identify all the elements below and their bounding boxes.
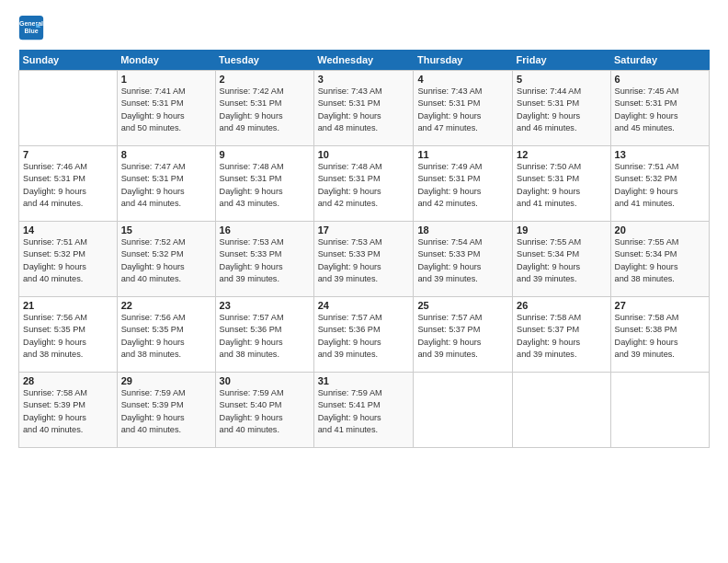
day-number: 31 [318, 375, 410, 386]
calendar-cell: 9Sunrise: 7:48 AM Sunset: 5:31 PM Daylig… [215, 146, 313, 222]
day-number: 2 [220, 74, 310, 85]
calendar-cell: 31Sunrise: 7:59 AM Sunset: 5:41 PM Dayli… [313, 373, 414, 448]
day-number: 7 [23, 149, 113, 160]
calendar-cell: 12Sunrise: 7:50 AM Sunset: 5:31 PM Dayli… [513, 146, 610, 222]
calendar-cell: 5Sunrise: 7:44 AM Sunset: 5:31 PM Daylig… [513, 71, 610, 146]
calendar-cell: 6Sunrise: 7:45 AM Sunset: 5:31 PM Daylig… [610, 71, 709, 146]
day-info: Sunrise: 7:58 AM Sunset: 5:39 PM Dayligh… [23, 387, 113, 436]
calendar-cell: 1Sunrise: 7:41 AM Sunset: 5:31 PM Daylig… [117, 71, 215, 146]
day-number: 15 [121, 224, 211, 236]
day-info: Sunrise: 7:46 AM Sunset: 5:31 PM Dayligh… [23, 161, 113, 210]
day-info: Sunrise: 7:56 AM Sunset: 5:35 PM Dayligh… [121, 312, 211, 361]
day-info: Sunrise: 7:57 AM Sunset: 5:37 PM Dayligh… [417, 312, 508, 361]
week-row-4: 21Sunrise: 7:56 AM Sunset: 5:35 PM Dayli… [19, 297, 710, 373]
day-info: Sunrise: 7:55 AM Sunset: 5:34 PM Dayligh… [517, 236, 606, 285]
day-info: Sunrise: 7:45 AM Sunset: 5:31 PM Dayligh… [615, 86, 705, 134]
calendar-cell: 19Sunrise: 7:55 AM Sunset: 5:34 PM Dayli… [513, 222, 610, 297]
day-number: 3 [318, 74, 410, 85]
day-info: Sunrise: 7:51 AM Sunset: 5:32 PM Dayligh… [23, 236, 113, 285]
day-number: 12 [517, 149, 606, 160]
day-number: 23 [220, 300, 310, 311]
day-info: Sunrise: 7:56 AM Sunset: 5:35 PM Dayligh… [23, 312, 113, 361]
col-header-thursday: Thursday [414, 50, 513, 71]
header-row: SundayMondayTuesdayWednesdayThursdayFrid… [19, 50, 710, 71]
day-info: Sunrise: 7:55 AM Sunset: 5:34 PM Dayligh… [615, 236, 705, 285]
week-row-3: 14Sunrise: 7:51 AM Sunset: 5:32 PM Dayli… [19, 222, 710, 297]
day-number: 22 [121, 300, 211, 311]
day-info: Sunrise: 7:43 AM Sunset: 5:31 PM Dayligh… [318, 86, 410, 134]
day-info: Sunrise: 7:58 AM Sunset: 5:38 PM Dayligh… [615, 312, 705, 361]
day-info: Sunrise: 7:57 AM Sunset: 5:36 PM Dayligh… [318, 312, 410, 361]
day-info: Sunrise: 7:53 AM Sunset: 5:33 PM Dayligh… [220, 236, 310, 285]
calendar-cell [414, 373, 513, 448]
day-info: Sunrise: 7:52 AM Sunset: 5:32 PM Dayligh… [121, 236, 211, 285]
calendar-cell: 15Sunrise: 7:52 AM Sunset: 5:32 PM Dayli… [117, 222, 215, 297]
day-info: Sunrise: 7:48 AM Sunset: 5:31 PM Dayligh… [220, 161, 310, 210]
day-number: 14 [23, 224, 113, 236]
day-number: 1 [121, 74, 211, 85]
week-row-1: 1Sunrise: 7:41 AM Sunset: 5:31 PM Daylig… [19, 71, 710, 146]
calendar-cell: 11Sunrise: 7:49 AM Sunset: 5:31 PM Dayli… [414, 146, 513, 222]
col-header-saturday: Saturday [610, 50, 709, 71]
day-info: Sunrise: 7:49 AM Sunset: 5:31 PM Dayligh… [417, 161, 508, 210]
calendar-cell: 27Sunrise: 7:58 AM Sunset: 5:38 PM Dayli… [610, 297, 709, 373]
logo: General Blue [18, 15, 48, 40]
day-number: 27 [615, 300, 705, 311]
calendar-cell [610, 373, 709, 448]
calendar-cell: 26Sunrise: 7:58 AM Sunset: 5:37 PM Dayli… [513, 297, 610, 373]
day-info: Sunrise: 7:47 AM Sunset: 5:31 PM Dayligh… [121, 161, 211, 210]
calendar-cell: 8Sunrise: 7:47 AM Sunset: 5:31 PM Daylig… [117, 146, 215, 222]
day-number: 24 [318, 300, 410, 311]
calendar-cell: 24Sunrise: 7:57 AM Sunset: 5:36 PM Dayli… [313, 297, 414, 373]
calendar-cell: 16Sunrise: 7:53 AM Sunset: 5:33 PM Dayli… [215, 222, 313, 297]
day-number: 25 [417, 300, 508, 311]
day-number: 9 [220, 149, 310, 160]
calendar-cell: 10Sunrise: 7:48 AM Sunset: 5:31 PM Dayli… [313, 146, 414, 222]
day-number: 6 [615, 74, 705, 85]
week-row-2: 7Sunrise: 7:46 AM Sunset: 5:31 PM Daylig… [19, 146, 710, 222]
col-header-wednesday: Wednesday [313, 50, 414, 71]
day-info: Sunrise: 7:57 AM Sunset: 5:36 PM Dayligh… [220, 312, 310, 361]
calendar-cell: 18Sunrise: 7:54 AM Sunset: 5:33 PM Dayli… [414, 222, 513, 297]
day-info: Sunrise: 7:41 AM Sunset: 5:31 PM Dayligh… [121, 86, 211, 134]
week-row-5: 28Sunrise: 7:58 AM Sunset: 5:39 PM Dayli… [19, 373, 710, 448]
day-info: Sunrise: 7:50 AM Sunset: 5:31 PM Dayligh… [517, 161, 606, 210]
svg-text:Blue: Blue [24, 28, 38, 34]
calendar-cell: 7Sunrise: 7:46 AM Sunset: 5:31 PM Daylig… [19, 146, 118, 222]
calendar-cell [19, 71, 118, 146]
col-header-tuesday: Tuesday [215, 50, 313, 71]
calendar-cell: 25Sunrise: 7:57 AM Sunset: 5:37 PM Dayli… [414, 297, 513, 373]
day-info: Sunrise: 7:53 AM Sunset: 5:33 PM Dayligh… [318, 236, 410, 285]
day-number: 30 [220, 375, 310, 386]
day-info: Sunrise: 7:58 AM Sunset: 5:37 PM Dayligh… [517, 312, 606, 361]
day-number: 20 [615, 224, 705, 236]
day-number: 29 [121, 375, 211, 386]
day-number: 13 [615, 149, 705, 160]
day-number: 4 [417, 74, 508, 85]
day-info: Sunrise: 7:59 AM Sunset: 5:41 PM Dayligh… [318, 387, 410, 436]
calendar-cell: 22Sunrise: 7:56 AM Sunset: 5:35 PM Dayli… [117, 297, 215, 373]
calendar-cell: 14Sunrise: 7:51 AM Sunset: 5:32 PM Dayli… [19, 222, 118, 297]
col-header-friday: Friday [513, 50, 610, 71]
calendar-cell: 2Sunrise: 7:42 AM Sunset: 5:31 PM Daylig… [215, 71, 313, 146]
calendar-cell: 17Sunrise: 7:53 AM Sunset: 5:33 PM Dayli… [313, 222, 414, 297]
calendar-cell: 21Sunrise: 7:56 AM Sunset: 5:35 PM Dayli… [19, 297, 118, 373]
header: General Blue [18, 15, 710, 40]
col-header-sunday: Sunday [19, 50, 118, 71]
day-info: Sunrise: 7:59 AM Sunset: 5:40 PM Dayligh… [220, 387, 310, 436]
day-number: 10 [318, 149, 410, 160]
calendar-cell: 30Sunrise: 7:59 AM Sunset: 5:40 PM Dayli… [215, 373, 313, 448]
day-number: 17 [318, 224, 410, 236]
day-number: 21 [23, 300, 113, 311]
calendar-cell [513, 373, 610, 448]
day-number: 28 [23, 375, 113, 386]
calendar-cell: 28Sunrise: 7:58 AM Sunset: 5:39 PM Dayli… [19, 373, 118, 448]
calendar-cell: 3Sunrise: 7:43 AM Sunset: 5:31 PM Daylig… [313, 71, 414, 146]
day-number: 18 [417, 224, 508, 236]
day-info: Sunrise: 7:48 AM Sunset: 5:31 PM Dayligh… [318, 161, 410, 210]
day-number: 8 [121, 149, 211, 160]
calendar-table: SundayMondayTuesdayWednesdayThursdayFrid… [18, 50, 710, 448]
calendar-cell: 13Sunrise: 7:51 AM Sunset: 5:32 PM Dayli… [610, 146, 709, 222]
day-info: Sunrise: 7:42 AM Sunset: 5:31 PM Dayligh… [220, 86, 310, 134]
calendar-cell: 20Sunrise: 7:55 AM Sunset: 5:34 PM Dayli… [610, 222, 709, 297]
